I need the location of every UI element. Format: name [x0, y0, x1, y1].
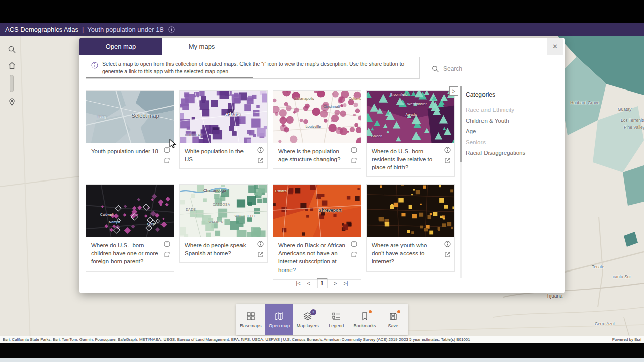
pagination: |<<1>>|: [296, 278, 348, 288]
toolbar-legend-button[interactable]: Legend: [322, 304, 351, 335]
powered-by-esri[interactable]: Powered by Esri: [607, 337, 641, 342]
info-icon[interactable]: [164, 147, 170, 153]
map-card-title: White population in the US: [185, 147, 252, 163]
card-grid: IrvingSelect mapYouth population under 1…: [86, 90, 455, 280]
thumbnail-hover-overlay: [86, 90, 174, 143]
share-icon[interactable]: [444, 251, 451, 258]
map-card[interactable]: EstatesShreveportWhere do Black or Afric…: [273, 184, 361, 279]
close-icon[interactable]: ✕: [547, 38, 564, 55]
letterbox-strip: [0, 358, 644, 362]
pagination-next-button[interactable]: >: [334, 280, 337, 286]
title-separator: |: [82, 26, 84, 33]
map-card-actions: [164, 241, 170, 258]
pagination-current-page[interactable]: 1: [317, 278, 327, 288]
map-place-label: Tijuana: [546, 293, 562, 299]
map-card-title: Where do people speak Spanish at home?: [185, 241, 252, 257]
search-icon: [432, 65, 439, 73]
info-icon[interactable]: [444, 147, 451, 153]
pagination-prev-button[interactable]: <: [307, 280, 310, 286]
map-card-thumbnail[interactable]: IndianapolisColumbuCincinnatiLouisville: [273, 90, 361, 143]
map-card[interactable]: Where are youth who don't have access to…: [366, 184, 455, 271]
map-place-label: Tecate: [592, 264, 604, 269]
header-info-icon[interactable]: [168, 26, 175, 33]
letterbox-top: [0, 0, 644, 23]
toolbar-button-label: Legend: [329, 323, 344, 328]
pagination-first-button[interactable]: |<: [296, 280, 300, 286]
map-card-thumbnail[interactable]: IrvingSelect map: [86, 90, 174, 143]
basemap-icon: [246, 312, 255, 321]
share-icon[interactable]: [164, 157, 170, 164]
map-card-body: Where is the population age structure ch…: [273, 143, 361, 168]
category-item[interactable]: Race and Ethnicity: [466, 105, 556, 116]
notification-dot: [397, 310, 400, 313]
map-card-thumbnail[interactable]: ChattanoogaDADECATOOSAWALKERWHITFIELD: [180, 185, 267, 237]
map-card-body: Youth population under 18: [86, 143, 174, 166]
toolbar-bookmarks-button[interactable]: Bookmarks: [351, 304, 379, 335]
map-card-thumbnail[interactable]: CaldwellNampaBoise: [86, 185, 174, 237]
info-icon[interactable]: [257, 147, 264, 153]
map-card-thumbnail[interactable]: AtlantaDOUGLAS: [180, 90, 267, 143]
map-card[interactable]: IrvingSelect mapYouth population under 1…: [86, 90, 174, 166]
tab-open-map[interactable]: Open map: [79, 38, 162, 55]
share-icon[interactable]: [257, 157, 264, 164]
scrollbar-thumb[interactable]: [460, 86, 462, 162]
categories-title: Categories: [466, 91, 556, 98]
toolbar-handle[interactable]: [10, 75, 14, 92]
map-card-thumbnail[interactable]: [367, 185, 454, 237]
info-icon[interactable]: [444, 241, 451, 247]
info-icon[interactable]: [257, 241, 264, 247]
share-icon[interactable]: [444, 157, 451, 164]
map-card-body: Where are youth who don't have access to…: [367, 237, 454, 270]
category-item[interactable]: Children & Youth: [466, 116, 556, 127]
category-item[interactable]: Age: [466, 126, 556, 137]
map-card[interactable]: BroomfieldWestminsterArvadaGoldenWhere d…: [366, 90, 455, 177]
map-card-actions: [164, 147, 170, 164]
search-input[interactable]: [443, 65, 514, 72]
tab-open-map-label: Open map: [106, 43, 136, 50]
map-card-thumbnail[interactable]: EstatesShreveport: [273, 185, 361, 237]
banner-text: Select a map to open from this collectio…: [102, 60, 414, 75]
map-card[interactable]: CaldwellNampaBoiseWhere do U.S. -born ch…: [86, 184, 174, 271]
open-map-icon: [275, 312, 284, 321]
map-card-body: Where do Black or African Americans not …: [273, 237, 361, 279]
toolbar-basemaps-button[interactable]: Basemaps: [236, 304, 265, 335]
map-place-label: Hubbard Grove: [570, 100, 599, 105]
map-search-button[interactable]: [5, 43, 18, 56]
map-card-actions: [257, 147, 264, 164]
layers-icon: 3: [303, 312, 312, 321]
info-icon[interactable]: [351, 241, 357, 247]
map-place-label: canto Sur: [613, 274, 631, 279]
map-place-label: Guatay: [618, 107, 631, 112]
toolbar-map-layers-button[interactable]: 3Map layers: [293, 304, 322, 335]
scrollbar-track[interactable]: [460, 86, 462, 278]
tab-my-maps[interactable]: My maps: [162, 38, 242, 55]
toolbar-save-button[interactable]: Save: [379, 304, 408, 335]
locate-button[interactable]: [5, 95, 18, 108]
search-box: [432, 63, 527, 75]
map-card[interactable]: AtlantaDOUGLASWhite population in the US: [179, 90, 268, 169]
share-icon[interactable]: [351, 251, 357, 258]
select-map-tooltip: Select map: [131, 113, 159, 119]
categories-panel: Categories Race and EthnicityChildren & …: [466, 91, 556, 159]
map-card-body: Where do U.S.-born residents live relati…: [367, 143, 454, 176]
share-icon[interactable]: [351, 157, 357, 164]
map-card[interactable]: IndianapolisColumbuCincinnatiLouisvilleW…: [273, 90, 361, 169]
letterbox-bottom: [0, 343, 644, 358]
category-item[interactable]: Racial Disaggregations: [466, 148, 556, 159]
toolbar-open-map-button[interactable]: Open map: [265, 304, 294, 335]
pagination-last-button[interactable]: >|: [343, 280, 348, 286]
info-icon[interactable]: [164, 241, 170, 247]
toolbar-button-label: Basemaps: [240, 323, 262, 328]
info-icon[interactable]: [351, 147, 357, 153]
toolbar-button-label: Map layers: [297, 323, 319, 328]
app-subtitle: Youth population under 18: [87, 26, 163, 33]
map-card-title: Where do U.S.-born residents live relati…: [372, 147, 439, 171]
share-icon[interactable]: [257, 251, 264, 258]
map-card-title: Youth population under 18: [91, 147, 158, 155]
share-icon[interactable]: [164, 251, 170, 258]
category-item[interactable]: Seniors: [466, 137, 556, 148]
map-card-thumbnail[interactable]: BroomfieldWestminsterArvadaGolden: [367, 90, 454, 143]
map-card[interactable]: ChattanoogaDADECATOOSAWALKERWHITFIELDWhe…: [179, 184, 268, 263]
home-extent-button[interactable]: [5, 59, 18, 72]
chevron-right-icon[interactable]: >: [449, 86, 458, 96]
